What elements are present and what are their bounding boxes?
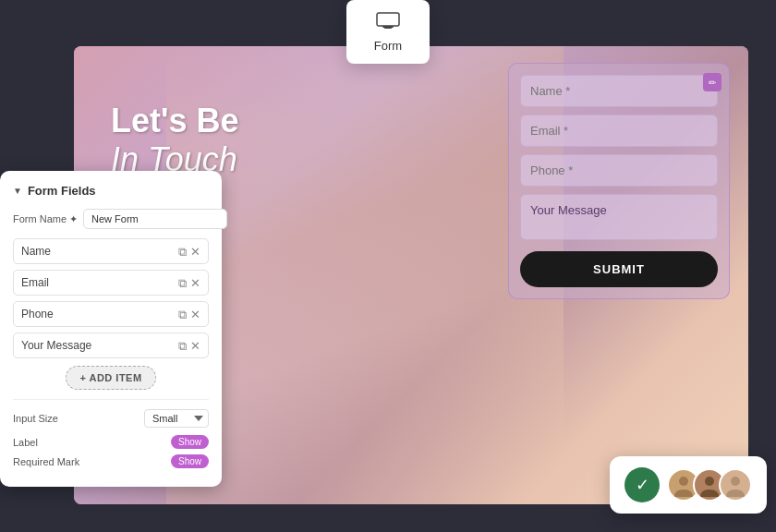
field-icons-phone: ⧉ ✕ bbox=[178, 308, 200, 320]
panel-arrow-icon: ▼ bbox=[13, 186, 22, 196]
label-toggle[interactable]: Show bbox=[171, 435, 209, 449]
label-toggle-row: Label Show bbox=[13, 435, 209, 449]
input-size-row: Input Size Small Medium Large bbox=[13, 409, 209, 428]
field-item-phone: Phone ⧉ ✕ bbox=[13, 301, 209, 327]
input-size-select[interactable]: Small Medium Large bbox=[144, 409, 209, 428]
submit-button[interactable]: SUBMIT bbox=[520, 251, 718, 287]
avatar-stack bbox=[667, 468, 752, 502]
name-input[interactable] bbox=[520, 75, 718, 107]
delete-icon-name[interactable]: ✕ bbox=[190, 246, 200, 258]
contact-form-panel: ✏ Your Message SUBMIT bbox=[508, 63, 730, 299]
form-name-label: Form Name ✦ bbox=[13, 213, 78, 225]
duplicate-icon-message[interactable]: ⧉ bbox=[178, 340, 187, 352]
divider bbox=[13, 399, 209, 400]
field-label-email: Email bbox=[21, 276, 178, 289]
form-widget-icon bbox=[369, 11, 407, 35]
svg-rect-2 bbox=[384, 28, 392, 29]
panel-header-label: Form Fields bbox=[28, 184, 96, 198]
svg-rect-1 bbox=[382, 26, 394, 28]
required-mark-toggle-row: Required Mark Show bbox=[13, 454, 209, 468]
required-mark-toggle[interactable]: Show bbox=[171, 454, 209, 468]
svg-point-6 bbox=[705, 477, 714, 486]
field-icons-message: ⧉ ✕ bbox=[178, 340, 200, 352]
website-headline: Let's Be In Touch bbox=[111, 102, 239, 179]
message-input[interactable]: Your Message bbox=[520, 194, 718, 240]
form-fields-panel: ▼ Form Fields Form Name ✦ Name ⧉ ✕ Email… bbox=[0, 171, 222, 487]
email-input[interactable] bbox=[520, 115, 718, 147]
field-item-message: Your Message ⧉ ✕ bbox=[13, 332, 209, 358]
label-toggle-label: Label bbox=[13, 437, 38, 448]
form-widget-label: Form bbox=[369, 39, 407, 53]
svg-point-4 bbox=[679, 477, 688, 486]
add-item-button[interactable]: + ADD ITEM bbox=[66, 366, 155, 390]
duplicate-icon-email[interactable]: ⧉ bbox=[178, 277, 187, 289]
form-name-input[interactable] bbox=[83, 209, 227, 229]
required-mark-label: Required Mark bbox=[13, 456, 79, 467]
phone-input[interactable] bbox=[520, 154, 718, 187]
avatars-widget: ✓ bbox=[610, 456, 767, 514]
form-widget-card: Form bbox=[346, 0, 430, 64]
check-circle-icon: ✓ bbox=[624, 467, 660, 502]
avatar-3 bbox=[719, 468, 752, 502]
delete-icon-email[interactable]: ✕ bbox=[190, 277, 200, 289]
field-icons-name: ⧉ ✕ bbox=[178, 246, 200, 258]
svg-rect-0 bbox=[377, 13, 399, 26]
delete-icon-phone[interactable]: ✕ bbox=[190, 308, 200, 320]
field-label-name: Name bbox=[21, 245, 178, 258]
field-icons-email: ⧉ ✕ bbox=[178, 277, 200, 289]
duplicate-icon-name[interactable]: ⧉ bbox=[178, 246, 187, 258]
delete-icon-message[interactable]: ✕ bbox=[190, 340, 200, 352]
headline-line1: Let's Be bbox=[111, 102, 239, 140]
field-label-message: Your Message bbox=[21, 339, 178, 352]
svg-point-8 bbox=[731, 477, 740, 486]
message-placeholder: Your Message bbox=[530, 203, 607, 217]
edit-form-button[interactable]: ✏ bbox=[703, 73, 721, 91]
field-item-email: Email ⧉ ✕ bbox=[13, 270, 209, 296]
input-size-label: Input Size bbox=[13, 413, 58, 424]
duplicate-icon-phone[interactable]: ⧉ bbox=[178, 308, 187, 320]
form-name-row: Form Name ✦ bbox=[13, 209, 209, 229]
field-label-phone: Phone bbox=[21, 308, 178, 320]
field-item-name: Name ⧉ ✕ bbox=[13, 238, 209, 264]
panel-header: ▼ Form Fields bbox=[13, 184, 209, 198]
